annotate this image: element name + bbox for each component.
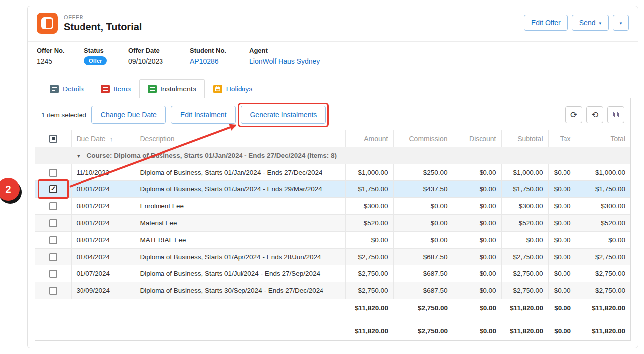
row-due-date: 08/01/2024 [71, 198, 135, 215]
row-checkbox[interactable] [49, 236, 57, 244]
row-discount: $0.00 [453, 266, 501, 282]
tab-details-label: Details [63, 85, 84, 93]
grand-total-discount: $0.00 [453, 322, 501, 340]
edit-offer-label: Edit Offer [531, 19, 561, 27]
row-tax: $0.00 [548, 164, 576, 181]
table-row[interactable]: 11/10/2023Diploma of Business, Starts 01… [35, 164, 630, 181]
group-header-row[interactable]: ▾Course: Diploma of Business, Starts 01/… [35, 147, 630, 164]
row-subtotal: $2,750.00 [501, 249, 548, 266]
tab-holidays[interactable]: Holidays [205, 79, 261, 98]
row-commission: $0.00 [393, 215, 453, 232]
info-offer-date: Offer Date 09/10/2023 [128, 47, 190, 61]
row-discount: $0.00 [453, 249, 501, 266]
edit-instalment-label: Edit Instalment [180, 111, 227, 119]
row-discount: $0.00 [453, 232, 501, 249]
tab-items-label: Items [114, 85, 131, 93]
copy-icon: ⧉ [613, 110, 619, 120]
grand-total-commission: $2,750.00 [393, 322, 453, 340]
table-row[interactable]: 01/04/2024Diploma of Business, Starts 01… [35, 249, 630, 266]
select-all-checkbox[interactable] [49, 135, 57, 143]
row-checkbox-cell [35, 232, 71, 249]
column-header-total[interactable]: Total [576, 130, 630, 147]
row-description: MATERIAL Fee [135, 232, 345, 249]
row-description: Diploma of Business, Starts 30/Sep/2024 … [135, 282, 345, 299]
row-checkbox-cell [35, 164, 71, 181]
column-header-subtotal[interactable]: Subtotal [501, 130, 548, 147]
group-header-label: Course: Diploma of Business, Starts 01/J… [87, 152, 337, 159]
copy-button[interactable]: ⧉ [607, 106, 624, 123]
student-no-link[interactable]: AP10286 [190, 57, 249, 65]
column-header-description[interactable]: Description [135, 130, 345, 147]
column-header-tax[interactable]: Tax [548, 130, 576, 147]
row-description: Diploma of Business, Starts 01/Apr/2024 … [135, 249, 345, 266]
tab-items[interactable]: Items [92, 79, 139, 98]
column-header-discount[interactable]: Discount [453, 130, 501, 147]
row-checkbox[interactable] [49, 253, 57, 261]
column-header-due-date[interactable]: Due Date↑ [71, 130, 135, 147]
row-due-date: 01/04/2024 [71, 249, 135, 266]
row-tax: $0.00 [548, 215, 576, 232]
row-checkbox-cell [35, 215, 71, 232]
group-total-tax: $0.00 [548, 299, 576, 317]
offer-icon [37, 13, 58, 34]
tab-details[interactable]: Details [41, 79, 92, 98]
history-button[interactable]: ⟲ [586, 106, 603, 123]
row-checkbox[interactable] [49, 169, 57, 177]
instalments-icon [148, 85, 157, 93]
offer-card: OFFER Student, Tutorial Edit Offer Send▾… [27, 6, 638, 348]
table-row[interactable]: 08/01/2024Enrolment Fee$300.00$0.00$0.00… [35, 198, 630, 215]
change-due-date-label: Change Due Date [101, 111, 157, 119]
offer-date-value: 09/10/2023 [128, 57, 190, 65]
tab-instalments[interactable]: Instalments [139, 79, 205, 98]
grand-totals-row: $11,820.00 $2,750.00 $0.00 $11,820.00 $0… [35, 322, 630, 340]
row-discount: $0.00 [453, 181, 501, 198]
row-subtotal: $300.00 [501, 198, 548, 215]
grand-total-subtotal: $11,820.00 [501, 322, 548, 340]
row-discount: $0.00 [453, 215, 501, 232]
refresh-button[interactable]: ⟳ [565, 106, 582, 123]
change-due-date-button[interactable]: Change Due Date [91, 106, 166, 124]
row-checkbox-cell [35, 198, 71, 215]
row-total: $0.00 [576, 232, 630, 249]
send-button[interactable]: Send▾ [572, 15, 609, 31]
agent-link[interactable]: LionWolf Haus Sydney [249, 57, 320, 65]
column-header-commission[interactable]: Commission [393, 130, 453, 147]
row-commission: $437.50 [393, 181, 453, 198]
status-label: Status [84, 47, 128, 54]
more-actions-button[interactable]: ▾ [613, 15, 629, 31]
row-due-date: 08/01/2024 [71, 215, 135, 232]
row-commission: $687.50 [393, 249, 453, 266]
row-checkbox[interactable] [49, 270, 57, 278]
row-checkbox[interactable] [49, 287, 57, 295]
generate-instalments-button[interactable]: Generate Instalments [241, 106, 326, 124]
table-row[interactable]: 08/01/2024MATERIAL Fee$0.00$0.00$0.00$0.… [35, 232, 630, 249]
row-amount: $2,750.00 [345, 282, 393, 299]
row-total: $2,750.00 [576, 266, 630, 282]
row-checkbox[interactable] [49, 219, 57, 227]
row-total: $2,750.00 [576, 282, 630, 299]
collapse-caret-icon[interactable]: ▾ [77, 153, 80, 159]
row-description: Diploma of Business, Starts 01/Jan/2024 … [135, 181, 345, 198]
row-checkbox[interactable] [49, 185, 57, 193]
edit-instalment-button[interactable]: Edit Instalment [171, 106, 236, 124]
column-header-amount[interactable]: Amount [345, 130, 393, 147]
edit-offer-button[interactable]: Edit Offer [524, 15, 568, 31]
table-row[interactable]: 01/07/2024Diploma of Business, Starts 01… [35, 266, 630, 282]
row-checkbox[interactable] [49, 202, 57, 210]
grand-total-tax: $0.00 [548, 322, 576, 340]
row-commission: $687.50 [393, 282, 453, 299]
table-row[interactable]: 01/01/2024Diploma of Business, Starts 01… [35, 181, 630, 198]
row-subtotal: $0.00 [501, 232, 548, 249]
instalments-toolbar: 1 item selected Change Due Date Edit Ins… [35, 98, 630, 130]
page-title: Student, Tutorial [64, 21, 142, 33]
row-amount: $1,750.00 [345, 181, 393, 198]
row-due-date: 01/07/2024 [71, 266, 135, 282]
row-commission: $0.00 [393, 232, 453, 249]
table-row[interactable]: 08/01/2024Material Fee$520.00$0.00$0.00$… [35, 215, 630, 232]
table-row[interactable]: 30/09/2024Diploma of Business, Starts 30… [35, 282, 630, 299]
details-icon [50, 85, 59, 93]
chevron-down-icon: ▾ [599, 21, 601, 26]
group-total-amount: $11,820.00 [345, 299, 393, 317]
row-subtotal: $1,000.00 [501, 164, 548, 181]
row-checkbox-cell [35, 249, 71, 266]
